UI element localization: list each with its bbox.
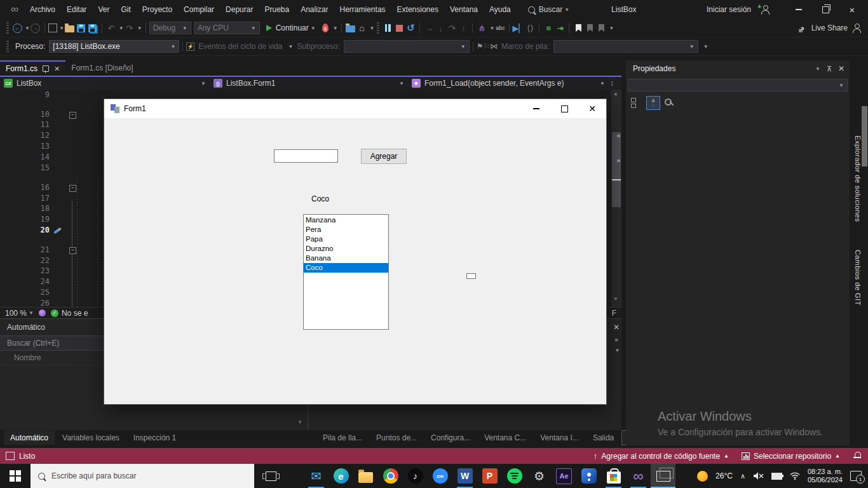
previous-bookmark-button[interactable] bbox=[584, 22, 595, 34]
scrollbar-thumb[interactable] bbox=[612, 132, 621, 207]
document-tab[interactable]: Form1.cs✕ bbox=[0, 60, 65, 76]
continue-button[interactable]: Continuar ▼ bbox=[266, 24, 316, 32]
next-bookmark-button[interactable] bbox=[595, 22, 607, 34]
menu-item-herramientas[interactable]: Herramientas bbox=[334, 5, 391, 14]
toolbar-grip[interactable] bbox=[377, 22, 379, 34]
properties-header[interactable]: Propiedades ▼ ⊼ ✕ bbox=[626, 60, 850, 77]
task-view-button[interactable] bbox=[257, 464, 285, 488]
menu-item-ver[interactable]: Ver bbox=[92, 5, 115, 14]
menu-item-editar[interactable]: Editar bbox=[61, 5, 92, 14]
add-account-icon[interactable]: + bbox=[760, 5, 770, 14]
toolbar-overflow-icon[interactable]: ▼ bbox=[703, 44, 709, 50]
open-file-button[interactable] bbox=[64, 22, 76, 34]
tab-ventana-i-[interactable]: Ventana I... bbox=[534, 431, 585, 445]
close-button[interactable]: × bbox=[841, 1, 863, 18]
wifi-icon[interactable] bbox=[790, 472, 800, 480]
code-map-button[interactable]: ⋔ bbox=[476, 22, 487, 34]
zoom-level-dropdown[interactable]: 100 % bbox=[5, 309, 27, 318]
phone-link-app-button[interactable] bbox=[576, 464, 601, 488]
chevron-down-icon[interactable]: ▼ bbox=[333, 25, 338, 31]
toolbar-grip[interactable] bbox=[6, 41, 9, 52]
minimize-button[interactable] bbox=[788, 1, 810, 18]
chevron-down-icon[interactable]: ▼ bbox=[615, 348, 620, 353]
chevron-down-icon[interactable]: ▼ bbox=[59, 25, 64, 31]
listbox-item[interactable]: Manzana bbox=[304, 215, 388, 225]
scroll-up-icon[interactable]: ▲ bbox=[613, 91, 618, 97]
tab-variables-locales[interactable]: Variables locales bbox=[56, 431, 126, 445]
zoom-app-button[interactable]: zm bbox=[428, 464, 452, 488]
expand-icon[interactable]: » bbox=[614, 336, 618, 343]
goto-cursor-button[interactable]: ▶▏ bbox=[513, 22, 524, 34]
collapse-region-icon[interactable]: − bbox=[69, 185, 76, 192]
menu-item-ventana[interactable]: Ventana bbox=[444, 5, 484, 14]
edge-app-button[interactable]: e bbox=[329, 464, 353, 488]
save-button[interactable] bbox=[76, 22, 87, 34]
show-hidden-icons-chevron[interactable]: ∧ bbox=[740, 472, 745, 480]
health-check-icon[interactable]: ✓ bbox=[51, 309, 58, 317]
chevron-down-icon[interactable]: ▼ bbox=[25, 25, 30, 31]
fruit-name-input[interactable] bbox=[274, 149, 338, 163]
menu-item-proyecto[interactable]: Proyecto bbox=[137, 5, 178, 14]
navigate-home-button[interactable]: ⌂ bbox=[356, 22, 368, 34]
toggle-bookmark-button[interactable] bbox=[573, 22, 584, 34]
menu-item-ayuda[interactable]: Ayuda bbox=[484, 5, 517, 14]
close-icon[interactable]: ✕ bbox=[613, 323, 620, 332]
project-dropdown[interactable]: C# ListBox▼ bbox=[0, 77, 210, 90]
member-dropdown[interactable]: ◆ Form1_Load(object sender, EventArgs e)… bbox=[408, 77, 609, 90]
form-minimize-button[interactable] bbox=[522, 99, 550, 118]
tab-autom-tico[interactable]: Automático bbox=[4, 431, 55, 445]
active-window-button[interactable] bbox=[651, 464, 675, 488]
form-close-button[interactable]: ✕ bbox=[578, 99, 606, 118]
agregar-button[interactable]: Agregar bbox=[361, 149, 407, 164]
process-dropdown[interactable]: [13188] ListBox.exe▼ bbox=[49, 40, 179, 53]
listbox-item[interactable]: Banana bbox=[304, 254, 388, 263]
temperature-label[interactable]: 26°C bbox=[715, 471, 733, 480]
new-project-button[interactable] bbox=[48, 24, 57, 32]
type-dropdown[interactable]: {} ListBox.Form1▼ bbox=[210, 77, 408, 90]
word-app-button[interactable]: W bbox=[452, 464, 477, 488]
solution-platforms-dropdown[interactable]: Any CPU▼ bbox=[194, 22, 260, 34]
visual-studio-app-button[interactable]: ∞ bbox=[626, 464, 651, 488]
listbox-item[interactable]: Papa bbox=[304, 234, 388, 244]
window-position-icon[interactable]: ▼ bbox=[815, 66, 820, 72]
subprocess-dropdown[interactable]: ▼ bbox=[344, 40, 470, 53]
step-into-button[interactable]: ↓ bbox=[435, 22, 446, 34]
spell-check-button[interactable]: abc bbox=[494, 22, 506, 34]
side-tab-explorador-de-soluciones[interactable]: Explorador de soluciones bbox=[854, 135, 862, 222]
powerpoint-app-button[interactable]: P bbox=[477, 464, 502, 488]
menu-item-archivo[interactable]: Archivo bbox=[24, 5, 61, 14]
restart-button[interactable]: ↺ bbox=[405, 22, 416, 34]
navigate-forward-button[interactable]: → bbox=[30, 22, 41, 34]
close-icon[interactable]: ✕ bbox=[54, 65, 60, 73]
step-out-button[interactable]: ↑ bbox=[458, 22, 469, 34]
document-tab[interactable]: Form1.cs [Diseño] bbox=[65, 60, 139, 76]
notifications-bell-icon[interactable] bbox=[854, 451, 862, 461]
toolbar-grip[interactable] bbox=[6, 22, 9, 34]
battery-icon[interactable] bbox=[771, 473, 782, 480]
chevron-down-icon[interactable]: ▼ bbox=[609, 25, 614, 31]
live-share-button[interactable]: Live Share bbox=[798, 24, 862, 33]
insert-snippet-button[interactable]: ⟨⟩ bbox=[524, 22, 536, 34]
pause-button[interactable] bbox=[382, 22, 393, 34]
hot-reload-button[interactable] bbox=[320, 22, 331, 34]
show-next-statement-button[interactable]: → bbox=[423, 22, 435, 34]
file-explorer-app-button[interactable] bbox=[353, 464, 378, 488]
weather-sun-icon[interactable] bbox=[697, 471, 708, 482]
tab-salida[interactable]: Salida bbox=[587, 431, 620, 445]
decrease-indent-button[interactable]: ≡ bbox=[543, 22, 554, 34]
stop-button[interactable] bbox=[393, 22, 405, 34]
menu-item-git[interactable]: Git bbox=[115, 5, 136, 14]
navigate-back-button[interactable]: ← bbox=[11, 22, 23, 34]
tab-pila-de-lla-[interactable]: Pila de lla... bbox=[316, 431, 369, 445]
property-pages-icon[interactable] bbox=[664, 98, 674, 108]
background-tasks-icon[interactable] bbox=[6, 452, 15, 460]
collapse-region-icon[interactable]: − bbox=[69, 112, 76, 119]
menu-item-compilar[interactable]: Compilar bbox=[178, 5, 220, 14]
restore-button[interactable] bbox=[815, 1, 836, 18]
menu-item-analizar[interactable]: Analizar bbox=[295, 5, 334, 14]
tab-ventana-c-[interactable]: Ventana C... bbox=[478, 431, 532, 445]
tab-puntos-de-[interactable]: Puntos de... bbox=[370, 431, 423, 445]
settings-app-button[interactable]: ⚙ bbox=[527, 464, 552, 488]
menu-item-extensiones[interactable]: Extensiones bbox=[391, 5, 444, 14]
form-maximize-button[interactable] bbox=[550, 99, 578, 118]
